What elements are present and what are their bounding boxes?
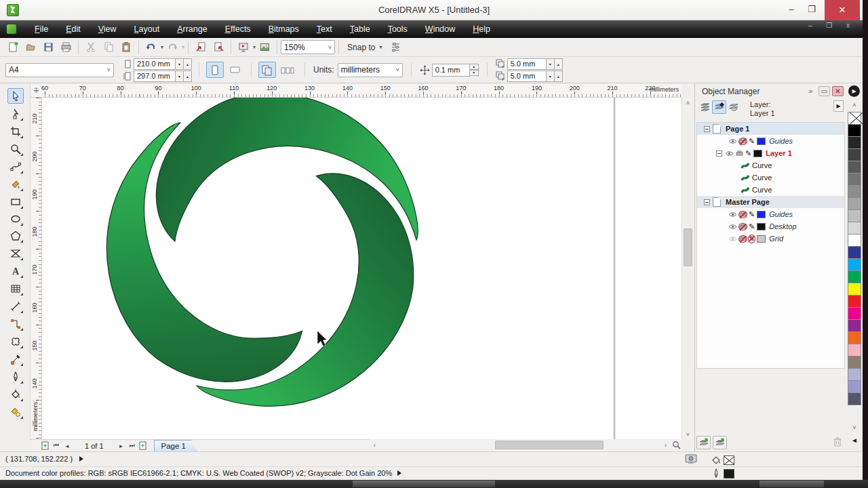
next-page-button[interactable]: ▸ [116, 441, 127, 451]
visibility-eye-icon[interactable] [728, 224, 737, 230]
pick-tool[interactable] [7, 88, 24, 104]
welcome-screen-button[interactable] [256, 39, 273, 56]
nudge-field[interactable]: 0.1 mm [432, 64, 470, 77]
palette-swatch-#ed1c24[interactable] [848, 295, 861, 308]
portrait-button[interactable] [206, 62, 224, 78]
snap-to-button[interactable]: Snap to ▾ [342, 41, 387, 54]
editable-pencil-icon[interactable]: ✎ [749, 223, 755, 230]
palette-swatch-#fff200[interactable] [848, 283, 861, 296]
palette-swatch-#f7b3c0[interactable] [848, 344, 861, 357]
menu-tools[interactable]: Tools [379, 20, 416, 38]
menu-layout[interactable]: Layout [125, 20, 169, 38]
palette-scroll-up[interactable]: ˄ [848, 102, 861, 110]
palette-swatch-#55556e[interactable] [848, 392, 861, 405]
palette-swatch-#f26522[interactable] [848, 331, 861, 344]
palette-swatch-#92278f[interactable] [848, 319, 861, 332]
fill-tool[interactable] [7, 386, 24, 402]
scroll-down-button[interactable]: ˅ [682, 429, 694, 439]
palette-swatch-#a6a6a6[interactable] [848, 197, 861, 210]
page-height-field[interactable]: 297.0 mm [134, 70, 176, 82]
layer-color-swatch[interactable] [757, 211, 766, 218]
tree-row-guides[interactable]: ✎ Guides [697, 135, 844, 147]
page-tab[interactable]: Page 1 [154, 440, 197, 451]
palette-swatch-#8c8c8c[interactable] [848, 185, 861, 198]
outline-color-swatch[interactable] [724, 469, 734, 479]
connector-tool[interactable] [7, 316, 24, 331]
shape-tool[interactable] [7, 106, 24, 121]
palette-swatch-#8c7d70[interactable] [848, 356, 861, 369]
palette-swatch-#ec008c[interactable] [848, 307, 861, 320]
nudge-spinner[interactable]: ▲▼ [470, 64, 479, 76]
zoom-fit-button[interactable] [671, 439, 682, 451]
add-page-before-button[interactable] [40, 441, 51, 451]
palette-flyout-button[interactable]: ▶ [848, 85, 860, 97]
tree-row-grid[interactable]: ✎ Grid [697, 232, 844, 245]
undo-button[interactable] [142, 39, 160, 56]
non-printable-icon[interactable] [739, 138, 747, 144]
text-tool[interactable]: A [7, 263, 24, 279]
redo-button[interactable] [163, 39, 181, 56]
open-button[interactable] [22, 39, 39, 56]
display-calibration-icon[interactable] [685, 454, 697, 466]
printable-icon[interactable] [736, 150, 743, 157]
page-width-field[interactable]: 210.0 mm [134, 58, 176, 70]
new-document-button[interactable] [4, 39, 22, 56]
tree-row-curve[interactable]: Curve [697, 184, 844, 196]
docker-expand-icon[interactable]: » [805, 86, 816, 96]
interactive-fill-tool[interactable] [7, 404, 24, 420]
palette-swatch-#000000[interactable] [848, 124, 861, 137]
previous-page-button[interactable]: ◂ [62, 441, 73, 451]
page-height-spinner[interactable]: ▾▴ [176, 70, 192, 82]
palette-swatch-#b3b3d9[interactable] [848, 368, 861, 381]
menu-bitmaps[interactable]: Bitmaps [260, 20, 308, 38]
save-button[interactable] [39, 39, 57, 56]
palette-swatch-#ffffff[interactable] [848, 234, 861, 247]
palette-swatch-#262626[interactable] [848, 136, 861, 149]
color-eyedropper-tool[interactable] [7, 351, 24, 367]
new-layer-button[interactable] [696, 436, 711, 449]
collapse-icon[interactable] [704, 126, 710, 132]
freehand-tool[interactable] [7, 159, 24, 174]
maximize-button[interactable]: ❐ [802, 1, 822, 19]
export-button[interactable] [210, 39, 227, 56]
tree-row-desktop[interactable]: ✎ Desktop [697, 220, 844, 232]
docker-collapse-button[interactable]: ▭ [818, 86, 830, 96]
horizontal-scrollbar[interactable]: ‹ › [370, 439, 682, 451]
paste-button[interactable] [117, 39, 135, 56]
first-page-button[interactable]: ⏮ [51, 441, 62, 451]
scroll-up-button[interactable]: ˄ [682, 98, 694, 108]
swirl-logo-artwork[interactable] [42, 98, 682, 439]
collapse-icon[interactable] [704, 199, 710, 205]
status-expand-icon[interactable] [79, 456, 83, 462]
ellipse-tool[interactable] [7, 211, 24, 226]
docker-close-button[interactable]: ✕ [832, 86, 844, 96]
palette-swatch-#d9d9d9[interactable] [848, 222, 861, 235]
menu-text[interactable]: Text [308, 20, 341, 38]
zoom-level-combo[interactable]: 150% ˅ [281, 40, 335, 54]
page-width-spinner[interactable]: ▾▴ [176, 58, 192, 70]
palette-scroll-down[interactable]: ˅ [848, 424, 861, 432]
horizontal-scroll-thumb[interactable] [495, 441, 604, 449]
vertical-scrollbar[interactable]: ˄ ˅ [682, 98, 693, 439]
tree-row-curve[interactable]: Curve [697, 159, 844, 171]
non-editable-pencil-icon[interactable]: ✎ [749, 235, 755, 243]
polygon-tool[interactable] [7, 228, 24, 243]
palette-swatch-#737373[interactable] [848, 173, 861, 186]
tree-row-page1[interactable]: Page 1 [697, 123, 844, 135]
zoom-tool[interactable] [7, 141, 24, 157]
editable-pencil-icon[interactable]: ✎ [745, 150, 751, 157]
units-combo[interactable]: millimeters ˅ [338, 63, 403, 77]
menu-file[interactable]: File [26, 20, 57, 38]
duplicate-x-spinner[interactable]: ▾▴ [547, 58, 563, 70]
layer-color-swatch[interactable] [757, 235, 766, 243]
new-master-layer-button[interactable] [713, 436, 727, 449]
docker-flyout-button[interactable]: ▶ [833, 100, 844, 112]
crop-tool[interactable] [7, 123, 24, 139]
menu-help[interactable]: Help [464, 20, 499, 38]
palette-swatch-#00aeef[interactable] [848, 258, 861, 271]
palette-swatch-#00a651[interactable] [848, 270, 861, 283]
current-page-button[interactable] [279, 62, 296, 78]
layer-manager-view-button[interactable] [726, 100, 741, 114]
visibility-eye-icon[interactable] [725, 150, 734, 157]
non-printable-icon[interactable] [739, 224, 747, 230]
